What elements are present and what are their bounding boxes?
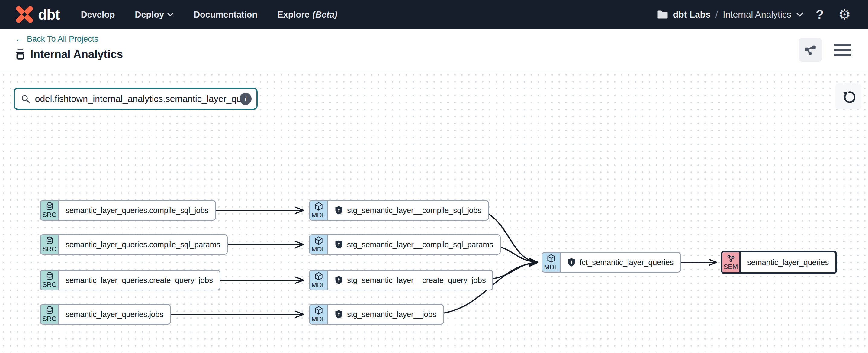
mdl-badge: MDL <box>310 305 328 324</box>
lineage-view-button[interactable] <box>799 38 822 62</box>
cube-icon <box>314 272 323 281</box>
node-source-jobs[interactable]: SRC semantic_layer_queries.jobs <box>40 304 171 325</box>
nav-item-documentation[interactable]: Documentation <box>194 10 257 20</box>
back-to-projects-link[interactable]: ← Back To All Projects <box>15 34 98 44</box>
node-label: semantic_layer_queries.compile_sql_jobs <box>65 206 208 215</box>
cube-icon <box>546 254 556 263</box>
lineage-icon <box>804 43 817 57</box>
src-badge: SRC <box>41 305 59 324</box>
src-badge: SRC <box>41 271 59 290</box>
breadcrumb-separator: / <box>715 9 718 20</box>
lineage-canvas[interactable]: odel.fishtown_internal_analytics.semanti… <box>0 71 868 352</box>
reset-view-button[interactable] <box>835 83 861 109</box>
project-name: Internal Analytics <box>723 9 791 20</box>
dbt-logo-icon <box>15 5 34 24</box>
src-badge: SRC <box>41 235 59 254</box>
node-stg-compile-sql-params[interactable]: MDL stg_semantic_layer__compile_sql_para… <box>309 234 501 255</box>
node-label: semantic_layer_queries.jobs <box>65 310 163 319</box>
node-label: stg_semantic_layer__create_query_jobs <box>347 276 486 285</box>
cube-icon <box>314 202 323 211</box>
mdl-badge: MDL <box>310 235 328 254</box>
semantic-network-icon <box>726 254 736 263</box>
search-icon <box>21 94 30 104</box>
node-label: fct_semantic_layer_queries <box>580 258 674 267</box>
nav-menu: Develop Deploy Documentation Explore (Be… <box>81 10 337 20</box>
database-icon <box>45 236 54 245</box>
brand-wordmark: dbt <box>38 6 60 23</box>
nav-item-deploy[interactable]: Deploy <box>135 10 174 20</box>
navbar-right: dbt Labs / Internal Analytics ? ⚙ <box>657 6 853 23</box>
beta-tag: (Beta) <box>313 10 337 20</box>
shield-icon <box>335 240 343 249</box>
shield-icon <box>335 310 343 319</box>
node-source-compile-sql-params[interactable]: SRC semantic_layer_queries.compile_sql_p… <box>40 234 228 255</box>
nav-item-explore[interactable]: Explore (Beta) <box>277 10 337 20</box>
search-input[interactable]: odel.fishtown_internal_analytics.semanti… <box>13 88 258 110</box>
node-stg-create-query-jobs[interactable]: MDL stg_semantic_layer__create_query_job… <box>309 270 493 290</box>
reset-icon <box>841 89 855 104</box>
sem-badge: SEM <box>722 252 741 272</box>
breadcrumb[interactable]: dbt Labs / Internal Analytics <box>657 9 803 20</box>
page-title-row: Internal Analytics <box>15 48 853 61</box>
info-icon[interactable]: i <box>240 93 252 105</box>
node-stg-compile-sql-jobs[interactable]: MDL stg_semantic_layer__compile_sql_jobs <box>309 200 489 220</box>
menu-button[interactable] <box>834 43 851 57</box>
node-label: semantic_layer_queries.create_query_jobs <box>65 276 213 285</box>
mdl-badge: MDL <box>542 253 561 272</box>
account-name: dbt Labs <box>673 9 711 20</box>
page-header: ← Back To All Projects Internal Analytic… <box>0 29 868 71</box>
node-source-compile-sql-jobs[interactable]: SRC semantic_layer_queries.compile_sql_j… <box>40 200 216 220</box>
settings-button[interactable]: ⚙ <box>836 6 853 23</box>
node-stg-jobs[interactable]: MDL stg_semantic_layer__jobs <box>309 304 444 325</box>
node-fct-semantic-layer-queries[interactable]: MDL fct_semantic_layer_queries <box>541 252 681 273</box>
chevron-down-icon <box>796 12 803 17</box>
help-button[interactable]: ? <box>811 6 828 23</box>
page-title: Internal Analytics <box>30 48 123 61</box>
dbt-logo[interactable]: dbt <box>15 5 60 24</box>
node-source-create-query-jobs[interactable]: SRC semantic_layer_queries.create_query_… <box>40 270 220 290</box>
search-value: odel.fishtown_internal_analytics.semanti… <box>35 94 240 104</box>
cube-icon <box>314 306 323 315</box>
shield-icon <box>335 206 343 215</box>
node-label: stg_semantic_layer__compile_sql_params <box>347 240 493 249</box>
folder-icon <box>657 10 668 19</box>
shield-icon <box>335 276 343 285</box>
hamburger-icon <box>834 44 851 46</box>
node-label: stg_semantic_layer__compile_sql_jobs <box>347 206 482 215</box>
gear-icon: ⚙ <box>838 7 850 22</box>
cube-icon <box>314 236 323 245</box>
src-badge: SRC <box>41 201 59 220</box>
node-label: stg_semantic_layer__jobs <box>347 310 436 319</box>
help-icon: ? <box>816 7 824 22</box>
chevron-down-icon <box>167 12 174 17</box>
node-label: semantic_layer_queries <box>747 258 829 267</box>
project-icon <box>15 49 25 60</box>
database-icon <box>45 202 54 211</box>
shield-icon <box>567 258 576 267</box>
mdl-badge: MDL <box>310 201 328 220</box>
mdl-badge: MDL <box>310 271 328 290</box>
node-label: semantic_layer_queries.compile_sql_param… <box>65 240 220 249</box>
database-icon <box>45 272 54 281</box>
top-navbar: dbt Develop Deploy Documentation Explore… <box>0 0 868 29</box>
node-semantic-layer-queries[interactable]: SEM semantic_layer_queries <box>721 251 837 274</box>
database-icon <box>45 306 54 315</box>
nav-item-develop[interactable]: Develop <box>81 10 115 20</box>
back-arrow-icon: ← <box>15 34 23 44</box>
header-actions <box>799 38 851 62</box>
